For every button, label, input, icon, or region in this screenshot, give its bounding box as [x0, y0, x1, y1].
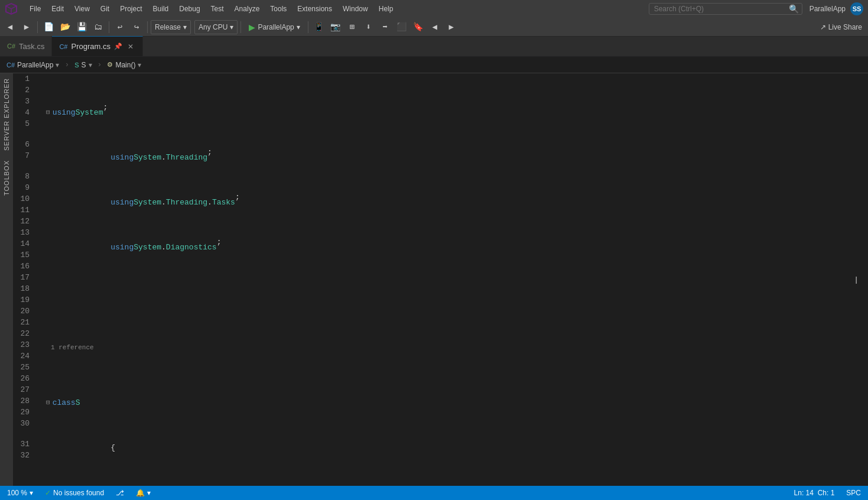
line-num-23: 23 [13, 339, 34, 350]
notification-icon[interactable]: 🔔 ▾ [134, 486, 153, 500]
line-num-7: 7 [13, 150, 34, 161]
undo-button[interactable]: ↩ [112, 20, 128, 35]
tab-close-programcs[interactable]: ✕ [126, 42, 135, 51]
git-icon[interactable]: ⎇ [113, 486, 126, 500]
line-num-20: 20 [13, 306, 34, 317]
configuration-dropdown[interactable]: Release ▾ [151, 20, 191, 34]
tab-label-programcs: Program.cs [71, 42, 110, 51]
toolbar-sep-3 [147, 21, 148, 33]
menu-project[interactable]: Project [115, 4, 147, 14]
tabs-bar: C# Task.cs C# Program.cs 📌 ✕ [0, 37, 868, 57]
method-icon: ⚙ [107, 61, 113, 69]
menu-window[interactable]: Window [338, 4, 373, 14]
line-num-ref1 [13, 129, 34, 139]
line-num-6: 6 [13, 139, 34, 150]
prev-bookmark-button[interactable]: ◀ [427, 20, 443, 35]
line-num-8: 8 [13, 171, 34, 182]
screenshot-button[interactable]: 📷 [328, 20, 343, 35]
line-num-5: 5 [13, 118, 34, 129]
bookmark-button[interactable]: 🔖 [411, 20, 426, 35]
platform-dropdown[interactable]: Any CPU ▾ [194, 20, 238, 34]
save-all-button[interactable]: 🗂 [90, 20, 106, 35]
line-num-31: 31 [13, 439, 34, 450]
forward-button[interactable]: ▶ [19, 20, 34, 35]
menu-tools[interactable]: Tools [265, 4, 291, 14]
menu-build[interactable]: Build [148, 4, 174, 14]
back-button[interactable]: ◀ [2, 20, 18, 35]
method-label: Main() [115, 61, 135, 69]
line-numbers: 1 2 3 4 5 6 7 8 9 10 11 12 13 14 15 16 1… [13, 73, 41, 486]
toolbar-sep-5 [308, 21, 308, 33]
app-name: ParallelApp [810, 5, 846, 13]
device-button[interactable]: 📱 [311, 20, 327, 35]
tab-taskcs[interactable]: C# Task.cs [0, 36, 52, 56]
encoding-label: SPC [846, 489, 861, 497]
tab-programcs[interactable]: C# Program.cs 📌 ✕ [52, 36, 143, 56]
search-input[interactable] [649, 3, 802, 15]
namespace-dropdown[interactable]: C# ParallelApp ▾ [2, 58, 63, 72]
toolbox-label[interactable]: Toolbox [1, 155, 12, 200]
menu-help[interactable]: Help [374, 4, 398, 14]
chevron-down-icon: ▾ [183, 23, 187, 31]
namespace-label: ParallelApp [17, 61, 53, 69]
menu-extensions[interactable]: Extensions [292, 4, 337, 14]
editor-area[interactable]: 1 2 3 4 5 6 7 8 9 10 11 12 13 14 15 16 1… [13, 73, 868, 486]
zoom-control[interactable]: 100 % ▾ [5, 486, 35, 500]
method-dropdown[interactable]: ⚙ Main() ▾ [103, 58, 145, 72]
line-num-18: 18 [13, 283, 34, 294]
menu-bar: File Edit View Git Project Build Debug T… [25, 4, 642, 14]
issues-indicator[interactable]: ✓ No issues found [43, 486, 106, 500]
main-layout: Server Explorer Toolbox 1 2 3 4 5 6 7 8 … [0, 73, 868, 486]
new-project-button[interactable]: 📄 [41, 20, 56, 35]
check-icon: ✓ [45, 489, 51, 497]
code-content: ⊟using System; using System.Threading; u… [41, 73, 868, 486]
chevron-icon: ▾ [147, 489, 151, 497]
bell-icon: 🔔 [136, 489, 145, 497]
line-num-25: 25 [13, 362, 34, 373]
encoding-indicator[interactable]: SPC [844, 486, 863, 500]
share-icon: ↗ [820, 23, 826, 31]
search-icon: 🔍 [789, 4, 799, 14]
save-button[interactable]: 💾 [74, 20, 89, 35]
redo-button[interactable]: ↪ [129, 20, 144, 35]
menu-file[interactable]: File [25, 4, 45, 14]
line-num-14: 14 [13, 238, 34, 249]
menu-debug[interactable]: Debug [174, 4, 204, 14]
menu-edit[interactable]: Edit [47, 4, 69, 14]
code-line-1: ⊟using System; [46, 107, 868, 118]
line-col-label: Ln: 14 Ch: 1 [794, 489, 835, 497]
live-share-button[interactable]: ↗ Live Share [817, 22, 866, 33]
server-explorer-label[interactable]: Server Explorer [1, 73, 12, 155]
class-dropdown[interactable]: S S ▾ [70, 58, 96, 72]
user-avatar[interactable]: SS [850, 2, 863, 15]
play-icon: ▶ [249, 22, 255, 32]
step-over-button[interactable]: ➡ [378, 20, 393, 35]
fold-icon-6[interactable]: ⊟ [46, 397, 50, 408]
tab-pin-icon: 📌 [114, 43, 122, 50]
code-line-5 [46, 287, 868, 298]
side-labels: Server Explorer Toolbox [0, 73, 13, 486]
line-num-1: 1 [13, 73, 34, 85]
live-share-label: Live Share [828, 23, 862, 31]
line-num-15: 15 [13, 249, 34, 261]
menu-test[interactable]: Test [206, 4, 229, 14]
menu-analyze[interactable]: Analyze [230, 4, 265, 14]
code-line-3: using System.Threading.Tasks; [46, 197, 868, 208]
toolbar-sep-1 [37, 21, 38, 33]
breakpoint-button[interactable]: ⬛ [394, 20, 409, 35]
step-into-button[interactable]: ⬇ [361, 20, 376, 35]
issues-label: No issues found [53, 489, 104, 497]
platform-chevron-icon: ▾ [230, 23, 233, 31]
status-right: Ln: 14 Ch: 1 SPC [792, 486, 863, 500]
line-num-26: 26 [13, 373, 34, 384]
fold-icon-1[interactable]: ⊟ [46, 107, 50, 118]
next-bookmark-button[interactable]: ▶ [444, 20, 459, 35]
tab-label-taskcs: Task.cs [19, 42, 44, 51]
platform-label: Any CPU [199, 23, 227, 31]
open-button[interactable]: 📂 [57, 20, 73, 35]
menu-git[interactable]: Git [96, 4, 114, 14]
menu-view[interactable]: View [70, 4, 95, 14]
split-button[interactable]: ⊞ [344, 20, 360, 35]
run-button[interactable]: ▶ ParallelApp ▾ [244, 20, 304, 34]
line-col-indicator[interactable]: Ln: 14 Ch: 1 [792, 486, 837, 500]
